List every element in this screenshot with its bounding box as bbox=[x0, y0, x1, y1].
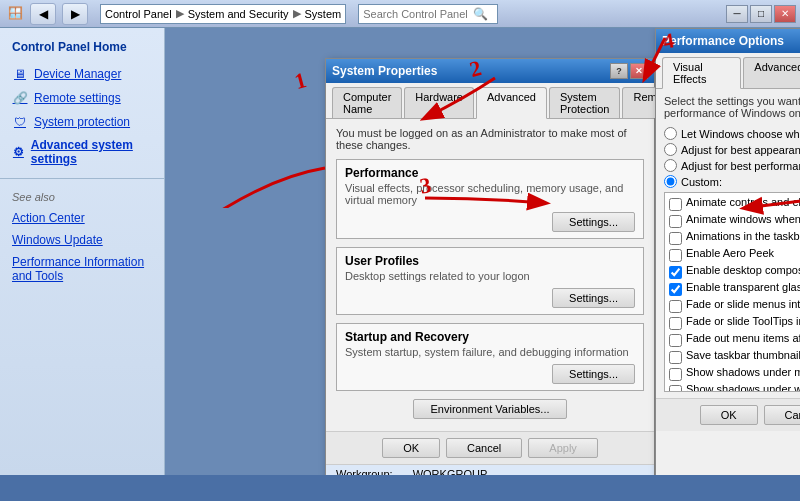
checkbox-item-8[interactable]: Fade out menu items after clicking bbox=[667, 331, 800, 348]
perf-options-titlebar: Performance Options ✕ bbox=[656, 29, 800, 53]
performance-settings-button[interactable]: Settings... bbox=[552, 212, 635, 232]
checkbox-label-0: Animate controls and elements inside win… bbox=[686, 196, 800, 208]
sidebar-item-advanced-system[interactable]: ⚙ Advanced system settings bbox=[0, 134, 164, 170]
radio-best-appearance[interactable] bbox=[664, 143, 677, 156]
workgroup-value: WORKGROUP bbox=[413, 468, 488, 475]
sys-props-cancel-button[interactable]: Cancel bbox=[446, 438, 522, 458]
title-bar: 🪟 ◀ ▶ Control Panel ▶ System and Securit… bbox=[0, 0, 800, 28]
perf-cancel-button[interactable]: Cancel bbox=[764, 405, 800, 425]
workgroup-label: Workgroup: bbox=[336, 468, 393, 475]
tab-hardware[interactable]: Hardware bbox=[404, 87, 474, 118]
sys-props-tabs: Computer Name Hardware Advanced System P… bbox=[326, 83, 654, 119]
radio-label-0: Let Windows choose what's best for my co… bbox=[681, 128, 800, 140]
see-also-label: See also bbox=[0, 187, 164, 207]
radio-option-3[interactable]: Custom: bbox=[664, 175, 800, 188]
back-button[interactable]: ◀ bbox=[30, 3, 56, 25]
checkbox-item-6[interactable]: Fade or slide menus into view bbox=[667, 297, 800, 314]
sep2: ▶ bbox=[293, 7, 301, 20]
radio-option-2[interactable]: Adjust for best performance bbox=[664, 159, 800, 172]
tab-visual-effects[interactable]: Visual Effects bbox=[662, 57, 741, 89]
checkbox-item-2[interactable]: Animations in the taskbar and Start Menu bbox=[667, 229, 800, 246]
sidebar-item-system-protection[interactable]: 🛡 System protection bbox=[0, 110, 164, 134]
checkbox-7[interactable] bbox=[669, 317, 682, 330]
sidebar-header[interactable]: Control Panel Home bbox=[0, 36, 164, 62]
checkbox-item-9[interactable]: Save taskbar thumbnail previews bbox=[667, 348, 800, 365]
address-part2: System and Security bbox=[188, 8, 289, 20]
sidebar: Control Panel Home 🖥 Device Manager 🔗 Re… bbox=[0, 28, 165, 475]
search-input[interactable] bbox=[363, 8, 473, 20]
minimize-button[interactable]: ─ bbox=[726, 5, 748, 23]
checkbox-8[interactable] bbox=[669, 334, 682, 347]
checkbox-item-5[interactable]: Enable transparent glass bbox=[667, 280, 800, 297]
checkbox-label-3: Enable Aero Peek bbox=[686, 247, 774, 259]
checkbox-item-10[interactable]: Show shadows under mouse pointer bbox=[667, 365, 800, 382]
tab-system-protection[interactable]: System Protection bbox=[549, 87, 621, 118]
search-box[interactable]: 🔍 bbox=[358, 4, 498, 24]
checkbox-item-0[interactable]: Animate controls and elements inside win… bbox=[667, 195, 800, 212]
sidebar-item-label: System protection bbox=[34, 115, 130, 129]
radio-label-3: Custom: bbox=[681, 176, 722, 188]
startup-recovery-section: Startup and Recovery System startup, sys… bbox=[336, 323, 644, 391]
checkbox-label-2: Animations in the taskbar and Start Menu bbox=[686, 230, 800, 242]
radio-best-performance[interactable] bbox=[664, 159, 677, 172]
checkbox-9[interactable] bbox=[669, 351, 682, 364]
tab-computer-name[interactable]: Computer Name bbox=[332, 87, 402, 118]
checkbox-2[interactable] bbox=[669, 232, 682, 245]
address-bar[interactable]: Control Panel ▶ System and Security ▶ Sy… bbox=[100, 4, 346, 24]
tab-advanced[interactable]: Advanced bbox=[476, 87, 547, 119]
checkbox-4[interactable] bbox=[669, 266, 682, 279]
maximize-button[interactable]: □ bbox=[750, 5, 772, 23]
perf-options-content: Select the settings you want to use for … bbox=[656, 89, 800, 398]
radio-custom[interactable] bbox=[664, 175, 677, 188]
startup-recovery-settings-button[interactable]: Settings... bbox=[552, 364, 635, 384]
env-variables-button[interactable]: Environment Variables... bbox=[413, 399, 566, 419]
sys-props-help-button[interactable]: ? bbox=[610, 63, 628, 79]
sys-props-close-button[interactable]: ✕ bbox=[630, 63, 648, 79]
window-controls: ─ □ ✕ bbox=[726, 5, 796, 23]
visual-effects-list[interactable]: Animate controls and elements inside win… bbox=[664, 192, 800, 392]
sidebar-divider bbox=[0, 178, 164, 179]
sys-props-ok-button[interactable]: OK bbox=[382, 438, 440, 458]
sys-props-apply-button[interactable]: Apply bbox=[528, 438, 598, 458]
content-area: System Properties ? ✕ Computer Name Hard… bbox=[165, 28, 800, 475]
radio-option-1[interactable]: Adjust for best appearance bbox=[664, 143, 800, 156]
sidebar-item-performance-info[interactable]: Performance Information and Tools bbox=[0, 251, 164, 287]
sidebar-item-label: Advanced system settings bbox=[31, 138, 152, 166]
perf-ok-button[interactable]: OK bbox=[700, 405, 758, 425]
forward-button[interactable]: ▶ bbox=[62, 3, 88, 25]
sys-props-footer: OK Cancel Apply bbox=[326, 431, 654, 464]
checkbox-10[interactable] bbox=[669, 368, 682, 381]
admin-note: You must be logged on as an Administrato… bbox=[336, 127, 644, 151]
checkbox-item-11[interactable]: Show shadows under windows bbox=[667, 382, 800, 392]
perf-tabs: Visual Effects Advanced Data Execution P… bbox=[656, 53, 800, 89]
sidebar-item-windows-update[interactable]: Windows Update bbox=[0, 229, 164, 251]
checkbox-item-7[interactable]: Fade or slide ToolTips into view bbox=[667, 314, 800, 331]
checkbox-item-1[interactable]: Animate windows when minimizing and maxi… bbox=[667, 212, 800, 229]
checkbox-item-3[interactable]: Enable Aero Peek bbox=[667, 246, 800, 263]
checkbox-5[interactable] bbox=[669, 283, 682, 296]
sidebar-item-remote-settings[interactable]: 🔗 Remote settings bbox=[0, 86, 164, 110]
checkbox-item-4[interactable]: Enable desktop composition bbox=[667, 263, 800, 280]
radio-windows-best[interactable] bbox=[664, 127, 677, 140]
sidebar-item-label: Device Manager bbox=[34, 67, 121, 81]
tab-advanced-perf[interactable]: Advanced bbox=[743, 57, 800, 88]
action-center-label: Action Center bbox=[12, 211, 85, 225]
checkbox-1[interactable] bbox=[669, 215, 682, 228]
sidebar-item-action-center[interactable]: Action Center bbox=[0, 207, 164, 229]
checkbox-0[interactable] bbox=[669, 198, 682, 211]
system-protection-icon: 🛡 bbox=[12, 114, 28, 130]
system-props-titlebar: System Properties ? ✕ bbox=[326, 59, 654, 83]
close-button[interactable]: ✕ bbox=[774, 5, 796, 23]
checkbox-3[interactable] bbox=[669, 249, 682, 262]
sys-props-title-btns: ? ✕ bbox=[610, 63, 648, 79]
sidebar-item-device-manager[interactable]: 🖥 Device Manager bbox=[0, 62, 164, 86]
checkbox-label-5: Enable transparent glass bbox=[686, 281, 800, 293]
user-profiles-settings-button[interactable]: Settings... bbox=[552, 288, 635, 308]
checkbox-label-6: Fade or slide menus into view bbox=[686, 298, 800, 310]
windows-update-label: Windows Update bbox=[12, 233, 103, 247]
checkbox-6[interactable] bbox=[669, 300, 682, 313]
address-part1: Control Panel bbox=[105, 8, 172, 20]
radio-option-0[interactable]: Let Windows choose what's best for my co… bbox=[664, 127, 800, 140]
checkbox-11[interactable] bbox=[669, 385, 682, 392]
sep1: ▶ bbox=[176, 7, 184, 20]
